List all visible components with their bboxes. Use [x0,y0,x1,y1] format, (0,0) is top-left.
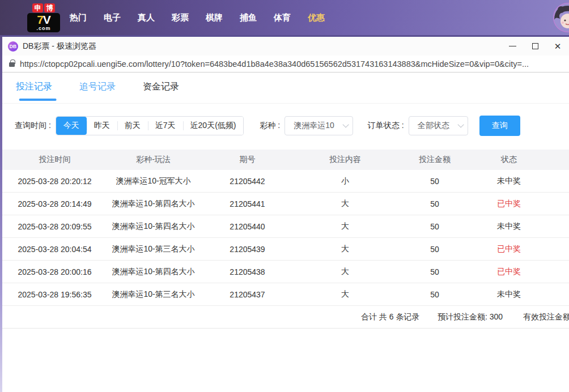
logo-v: V [43,13,50,26]
cell-issue: 21205442 [199,177,295,186]
cell-bet-time: 2025-03-28 20:14:49 [2,199,107,208]
summary-row: 合计 共 6 条记录 预计投注金额: 300 有效投注金额 [2,306,569,329]
cell-bet-time: 2025-03-28 20:09:55 [2,222,107,231]
order-status-value: 全部状态 [418,121,449,131]
cell-game-play: 澳洲幸运10-第四名大小 [107,267,199,277]
nav-item-hot[interactable]: 热门 [61,12,95,23]
nav-item-fishing[interactable]: 捕鱼 [231,12,265,23]
minimize-icon [509,46,516,46]
bet-records-table: 投注时间 彩种-玩法 期号 投注内容 投注金额 状态 2025-03-28 20… [2,150,569,329]
time-filter-group: 今天 昨天 前天 近7天 近20天(低频) [56,116,244,135]
summary-valid-amount: 有效投注金额 [523,312,569,322]
col-status: 状态 [474,155,543,165]
cell-game-play: 澳洲幸运10-第三名大小 [107,289,199,300]
tab-fund-records[interactable]: 资金记录 [143,81,179,103]
logo-main: 7V [27,14,60,26]
time-option-last7days[interactable]: 近7天 [148,117,183,135]
window-controls: ✕ [501,37,569,56]
cell-issue: 21205437 [199,290,295,299]
status-filter-label: 订单状态 : [368,121,404,131]
cell-game-play: 澳洲幸运10-第三名大小 [107,244,199,254]
cell-status: 未中奖 [474,176,543,186]
logo-sub: .com [27,26,60,31]
col-game-play: 彩种-玩法 [107,155,199,165]
time-option-day-before[interactable]: 前天 [117,117,148,135]
main-nav: 热门 电子 真人 彩票 棋牌 捕鱼 体育 优惠 [61,0,333,35]
logo-badge-shen: 申 [32,3,43,12]
cell-bet-time: 2025-03-28 20:00:16 [2,267,107,276]
cell-bet-content: 大 [295,244,395,254]
table-body: 2025-03-28 20:20:12 澳洲幸运10-冠军大小 21205442… [2,170,569,306]
cell-status: 已中奖 [474,267,543,277]
time-option-today[interactable]: 今天 [56,117,87,135]
browser-window: DB DB彩票 - 极速浏览器 ✕ https://ctopcp02pcali.… [2,35,569,392]
nav-item-board[interactable]: 棋牌 [197,12,231,23]
site-header: 申 博 7V .com 热门 电子 真人 彩票 棋牌 捕鱼 体育 优惠 [0,0,569,35]
time-filter-label: 查询时间 : [15,121,51,131]
user-avatar[interactable] [553,3,569,32]
cell-bet-amount: 50 [395,290,474,299]
table-row[interactable]: 2025-03-28 20:20:12 澳洲幸运10-冠军大小 21205442… [2,170,569,193]
url-text[interactable]: https://ctopcp02pcali.uengi5e.com/lotter… [20,59,529,69]
logo-badge-bo: 博 [44,3,55,12]
lottery-select-value: 澳洲幸运10 [294,121,334,131]
summary-expected-amount: 预计投注金额: 300 [438,312,503,322]
lottery-filter-label: 彩种 : [260,121,280,131]
table-row[interactable]: 2025-03-28 20:04:54 澳洲幸运10-第三名大小 2120543… [2,238,569,261]
lottery-select[interactable]: 澳洲幸运10 [284,116,353,135]
avatar-image [553,3,569,32]
cell-bet-amount: 50 [395,245,474,254]
cell-bet-content: 大 [295,199,395,209]
tab-chase-records[interactable]: 追号记录 [79,81,116,103]
chevron-down-icon [342,121,349,127]
cell-bet-content: 大 [295,221,395,232]
cell-bet-amount: 50 [395,267,474,276]
cell-bet-amount: 50 [395,222,474,231]
cell-status: 未中奖 [474,289,543,300]
close-icon: ✕ [554,42,562,50]
minimize-button[interactable] [501,37,524,56]
table-row[interactable]: 2025-03-28 20:00:16 澳洲幸运10-第四名大小 2120543… [2,261,569,283]
cell-bet-amount: 50 [395,199,474,208]
cell-bet-content: 大 [295,289,395,300]
maximize-button[interactable] [524,37,546,56]
cell-status: 已中奖 [474,244,543,254]
maximize-icon [532,43,538,49]
nav-item-live[interactable]: 真人 [129,12,163,23]
query-button[interactable]: 查询 [479,116,520,136]
cell-issue: 21205439 [199,245,295,254]
col-bet-time: 投注时间 [2,155,107,165]
nav-item-slots[interactable]: 电子 [95,12,129,23]
cell-bet-content: 大 [295,267,395,277]
cell-issue: 21205440 [199,222,295,231]
close-button[interactable]: ✕ [546,37,569,56]
table-row[interactable]: 2025-03-28 19:56:35 澳洲幸运10-第三名大小 2120543… [2,283,569,306]
cell-game-play: 澳洲幸运10-冠军大小 [107,176,199,186]
cell-game-play: 澳洲幸运10-第四名大小 [107,199,199,209]
order-status-select[interactable]: 全部状态 [409,116,468,135]
nav-item-sports[interactable]: 体育 [265,12,299,23]
table-row[interactable]: 2025-03-28 20:14:49 澳洲幸运10-第四名大小 2120544… [2,193,569,215]
cell-status: 已中奖 [474,199,543,209]
nav-item-promo[interactable]: 优惠 [299,12,333,23]
cell-issue: 21205441 [199,199,295,208]
site-logo[interactable]: 申 博 7V .com [27,3,60,32]
page-content: 投注记录 追号记录 资金记录 查询时间 : 今天 昨天 前天 近7天 近20天(… [2,73,569,392]
cell-bet-time: 2025-03-28 20:04:54 [2,245,107,254]
cell-game-play: 澳洲幸运10-第四名大小 [107,221,199,232]
record-tabs: 投注记录 追号记录 资金记录 [2,73,569,104]
col-issue: 期号 [199,155,295,165]
cell-bet-amount: 50 [395,177,474,186]
logo-box: 7V .com [27,13,60,32]
logo-7: 7 [37,13,43,26]
url-bar[interactable]: https://ctopcp02pcali.uengi5e.com/lotter… [2,56,569,73]
time-option-last20days[interactable]: 近20天(低频) [183,117,244,135]
nav-item-lottery[interactable]: 彩票 [163,12,197,23]
table-row[interactable]: 2025-03-28 20:09:55 澳洲幸运10-第四名大小 2120544… [2,215,569,238]
logo-badges: 申 博 [32,3,55,12]
lock-icon [9,62,15,67]
window-title: DB彩票 - 极速浏览器 [23,41,96,52]
time-option-yesterday[interactable]: 昨天 [87,117,117,135]
tab-bet-records[interactable]: 投注记录 [16,81,52,103]
cell-bet-content: 小 [295,176,395,186]
